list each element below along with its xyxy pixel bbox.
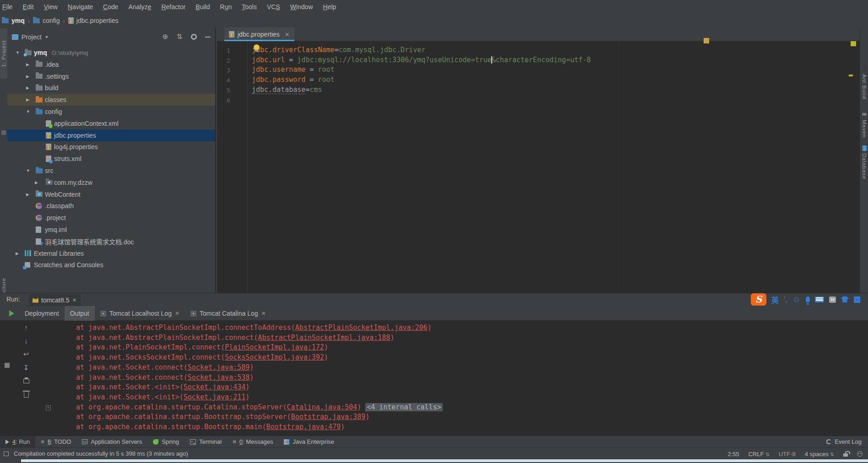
emoji-icon[interactable]: ☺ [793, 295, 801, 304]
tab-tomcat-catalina-log[interactable]: ›Tomcat Catalina Log✕ [185, 306, 271, 321]
menu-vcs[interactable]: VCS [262, 0, 285, 14]
tree-item-applicationcontext.xml[interactable]: applicationContext.xml [7, 118, 215, 129]
chevron-collapsed-icon[interactable]: ▶ [16, 251, 19, 256]
line-separator-widget[interactable]: CRLF⇅ [749, 451, 770, 458]
collapse-all-icon[interactable]: ⇅ [175, 32, 184, 41]
project-panel-title[interactable]: Project [22, 33, 42, 41]
menu-refactor[interactable]: Refactor [156, 0, 190, 14]
stack-trace-link[interactable]: Bootstrap.java:389 [291, 413, 366, 421]
ime-punctuation-icon[interactable]: ’, [784, 295, 788, 304]
console-output[interactable]: ↑ ↓ ↩ ↧ at java.net.AbstractPlainSocketI… [0, 321, 868, 436]
keyboard-icon[interactable] [815, 296, 824, 302]
indent-widget[interactable]: 4 spaces⇅ [805, 451, 834, 458]
tree-item-jdbc.properties[interactable]: jdbc.properties [7, 129, 215, 141]
chevron-expanded-icon[interactable]: ▼ [16, 50, 20, 55]
sogou-logo[interactable]: S [751, 293, 766, 306]
stack-trace-link[interactable]: Socket.java:211 [184, 393, 245, 401]
breadcrumb-item[interactable]: jdbc.properties [76, 17, 119, 24]
breadcrumb-item[interactable]: ymq [11, 17, 25, 24]
tree-item-build[interactable]: ▶build [7, 82, 215, 94]
menu-edit[interactable]: Edit [18, 0, 39, 14]
close-icon[interactable]: ✕ [261, 310, 266, 317]
ime-calendar-icon[interactable]: 12 [829, 296, 836, 303]
tool-button-project[interactable]: 1: Project [0, 28, 7, 79]
menu-navigate[interactable]: Navigate [63, 0, 98, 14]
menu-build[interactable]: Build [190, 0, 215, 14]
toggle-stripe-icon[interactable] [4, 452, 9, 456]
editor-tab-jdbc-properties[interactable]: jdbc.properties ✕ [224, 27, 294, 41]
close-icon[interactable]: ✕ [175, 310, 179, 317]
ime-toolbox-icon[interactable] [854, 296, 860, 303]
tree-item--.doc[interactable]: 羽毛球馆管理系统需求文档.doc [7, 236, 215, 248]
tree-item-.settings[interactable]: ▶.settings [7, 70, 215, 82]
stack-trace-link[interactable]: Bootstrap.java:479 [266, 423, 341, 431]
lock-icon[interactable] [843, 453, 848, 457]
tree-item-src[interactable]: ▼src [7, 165, 215, 177]
tree-item-log4j.properties[interactable]: log4j.properties [7, 141, 215, 153]
error-stripe-warning-mark[interactable] [849, 75, 853, 76]
intention-bulb-icon[interactable] [254, 44, 260, 50]
ime-language-mode[interactable]: 英 [771, 294, 779, 305]
gear-icon[interactable] [191, 34, 197, 40]
stack-trace-link[interactable]: AbstractPlainSocketImpl.java:188 [258, 334, 390, 342]
breadcrumb-item[interactable]: config [43, 17, 60, 24]
tree-item-.classpath[interactable]: .classpath [7, 200, 215, 212]
close-icon[interactable]: ✕ [72, 297, 76, 303]
chevron-down-icon[interactable]: ▼ [45, 35, 49, 39]
tree-item-ymq.iml[interactable]: ymq.iml [7, 224, 215, 236]
tool-button-maven[interactable]: mMaven [860, 111, 868, 138]
tree-item-scratches-and-consoles[interactable]: Scratches and Consoles [7, 259, 215, 271]
tool-stripe-icon[interactable] [1, 130, 6, 135]
assistant-icon[interactable] [857, 451, 863, 457]
menu-view[interactable]: View [39, 0, 63, 14]
chevron-expanded-icon[interactable]: ▼ [26, 168, 30, 173]
tree-item-external-libraries[interactable]: ▶External Libraries [7, 248, 215, 259]
chevron-expanded-icon[interactable]: ▼ [26, 109, 30, 114]
event-log-button[interactable]: Event Log [826, 436, 862, 447]
chevron-collapsed-icon[interactable]: ▶ [26, 192, 29, 197]
rerun-icon[interactable] [9, 310, 14, 317]
stack-trace-link[interactable]: Socket.java:434 [184, 383, 245, 391]
tree-item-webcontent[interactable]: ▶WebContent [7, 188, 215, 200]
stack-trace-link[interactable]: Socket.java:589 [188, 363, 250, 371]
tree-item-ymq[interactable]: ▼ymqG:\study\ymq [7, 47, 215, 59]
encoding-widget[interactable]: UTF-8 [779, 451, 796, 458]
menu-analyze[interactable]: Analyze [124, 0, 157, 14]
tab-output[interactable]: Output [65, 306, 95, 321]
microphone-icon[interactable] [806, 296, 810, 302]
chevron-collapsed-icon[interactable]: ▶ [26, 74, 29, 79]
tree-item-.idea[interactable]: ▶.idea [7, 59, 215, 70]
stack-trace-link[interactable]: PlainSocketImpl.java:172 [225, 343, 324, 351]
tab-tomcat-localhost-log[interactable]: ›Tomcat Localhost Log✕ [95, 306, 185, 321]
stack-trace-link[interactable]: Catalina.java:504 [287, 403, 358, 411]
tree-item-com.my.dzzw[interactable]: ▶com.my.dzzw [7, 177, 215, 188]
stack-trace-link[interactable]: AbstractPlainSocketImpl.java:206 [295, 323, 428, 332]
code-editor[interactable]: 1jdbc.driverClassName=com.mysql.jdbc.Dri… [217, 41, 860, 293]
close-icon[interactable]: ✕ [283, 31, 290, 38]
stack-trace-link[interactable]: SocksSocketImpl.java:392 [225, 353, 324, 361]
toolwindow-spring[interactable]: Spring [147, 436, 184, 447]
hide-panel-icon[interactable] [205, 37, 211, 38]
tree-item-classes[interactable]: ▶classes [7, 94, 215, 106]
chevron-collapsed-icon[interactable]: ▶ [26, 62, 29, 67]
locate-icon[interactable]: ⊕ [161, 32, 169, 41]
tree-item-config[interactable]: ▼config [7, 106, 215, 118]
toolwindow-terminal[interactable]: ›_Terminal [184, 436, 227, 447]
chevron-collapsed-icon[interactable]: ▶ [26, 97, 29, 102]
error-stripe-warning-mark[interactable] [851, 41, 856, 46]
menu-window[interactable]: Window [285, 0, 318, 14]
menu-tools[interactable]: Tools [237, 0, 262, 14]
chevron-collapsed-icon[interactable]: ▶ [35, 180, 38, 185]
tree-item-.project[interactable]: .project [7, 212, 215, 224]
run-config-tab[interactable]: tomcat8.5 ✕ [28, 294, 81, 306]
toolwindow-4-run[interactable]: 4: Run [0, 436, 35, 447]
ime-skin-icon[interactable] [841, 296, 849, 302]
stack-trace-link[interactable]: Socket.java:538 [188, 373, 250, 382]
menu-file[interactable]: File [0, 0, 18, 14]
menu-help[interactable]: Help [318, 0, 342, 14]
menu-code[interactable]: Code [98, 0, 123, 14]
tab-deployment[interactable]: Deployment [19, 306, 65, 321]
chevron-collapsed-icon[interactable]: ▶ [26, 86, 29, 90]
fold-expand-icon[interactable]: + [46, 405, 51, 410]
menu-run[interactable]: Run [215, 0, 237, 14]
